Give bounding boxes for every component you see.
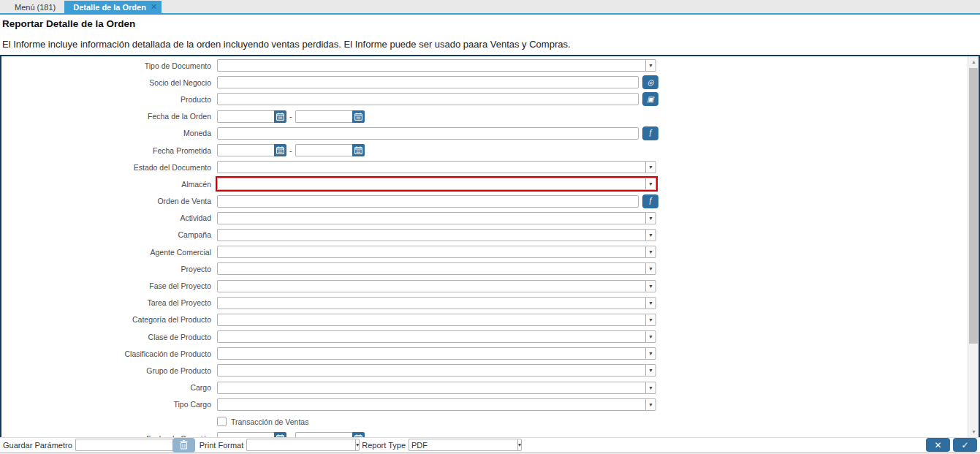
field-control: ◎ bbox=[217, 75, 658, 89]
calendar-button[interactable] bbox=[352, 110, 365, 123]
combobox[interactable]: ▾ bbox=[217, 382, 656, 394]
chevron-down-icon[interactable]: ▾ bbox=[645, 59, 656, 72]
combobox-input[interactable] bbox=[217, 212, 645, 224]
combobox[interactable]: ▾ bbox=[217, 280, 656, 292]
date-field-to bbox=[295, 110, 365, 123]
date-input-to[interactable] bbox=[295, 110, 352, 123]
report-type-input[interactable] bbox=[409, 439, 517, 451]
search-field-input[interactable] bbox=[217, 195, 639, 208]
combobox-input[interactable] bbox=[217, 297, 645, 309]
combobox[interactable]: ▾ bbox=[217, 229, 656, 241]
combobox-input[interactable] bbox=[217, 262, 645, 275]
chevron-down-icon[interactable]: ▾ bbox=[645, 364, 656, 377]
combobox-input[interactable] bbox=[217, 178, 645, 190]
combobox-input[interactable] bbox=[217, 314, 645, 326]
chevron-down-icon[interactable]: ▾ bbox=[645, 246, 656, 258]
scroll-up-icon[interactable]: ▲ bbox=[968, 56, 979, 67]
cancel-button[interactable]: ✕ bbox=[926, 438, 950, 452]
combobox[interactable]: ▾ bbox=[217, 314, 656, 326]
calendar-icon bbox=[276, 146, 284, 154]
chevron-down-icon[interactable]: ▾ bbox=[645, 330, 656, 343]
search-field-input[interactable] bbox=[217, 93, 639, 105]
combobox[interactable]: ▾ bbox=[217, 330, 656, 343]
save-parameter-input[interactable] bbox=[75, 439, 184, 451]
date-input-from[interactable] bbox=[217, 110, 274, 123]
parameter-row: Estado del Documento▾ bbox=[1, 159, 967, 175]
field-label: Actividad bbox=[1, 213, 217, 222]
parameter-row: Cargo▾ bbox=[1, 379, 967, 396]
chevron-down-icon[interactable]: ▾ bbox=[645, 314, 656, 326]
chevron-down-icon[interactable]: ▾ bbox=[645, 178, 656, 190]
combobox[interactable]: ▾ bbox=[217, 364, 656, 377]
product-search-button[interactable]: ▣ bbox=[642, 92, 658, 106]
field-control: ▾ bbox=[217, 347, 656, 360]
parameter-row: Tarea del Proyecto▾ bbox=[1, 295, 967, 311]
calendar-icon bbox=[276, 113, 284, 121]
combobox-input[interactable] bbox=[217, 364, 645, 377]
field-control: ▾ bbox=[217, 59, 656, 72]
trash-icon bbox=[180, 440, 188, 450]
parameter-row: Fecha Prometida- bbox=[1, 142, 967, 159]
calendar-button[interactable] bbox=[274, 144, 286, 156]
combobox-input[interactable] bbox=[217, 330, 645, 343]
close-tab-icon[interactable]: ✕ bbox=[151, 3, 157, 11]
report-type-combobox[interactable]: ▾ bbox=[409, 439, 501, 451]
combobox[interactable]: ▾ bbox=[217, 297, 656, 309]
chevron-down-icon[interactable]: ▾ bbox=[517, 439, 522, 451]
date-input-to[interactable] bbox=[295, 144, 352, 156]
combobox[interactable]: ▾ bbox=[217, 212, 656, 224]
search-field-input[interactable] bbox=[217, 76, 639, 88]
page-title: Reportar Detalle de la Orden bbox=[2, 18, 978, 29]
calendar-button[interactable] bbox=[352, 144, 365, 156]
combobox[interactable]: ▾ bbox=[217, 59, 656, 72]
ok-button[interactable]: ✓ bbox=[953, 438, 977, 452]
parameter-row: Fase del Proyecto▾ bbox=[1, 277, 967, 294]
search-field-input[interactable] bbox=[217, 127, 639, 140]
chevron-down-icon[interactable]: ▾ bbox=[645, 280, 656, 292]
business-partner-search-button[interactable]: ◎ bbox=[642, 75, 658, 89]
parameter-row: Monedaƒ bbox=[1, 125, 967, 142]
chevron-down-icon[interactable]: ▾ bbox=[645, 398, 656, 411]
combobox[interactable]: ▾ bbox=[217, 246, 656, 258]
combobox-input[interactable] bbox=[217, 161, 645, 173]
field-control: - bbox=[217, 144, 365, 156]
combobox[interactable]: ▾ bbox=[217, 161, 656, 173]
chevron-down-icon[interactable]: ▾ bbox=[645, 161, 656, 173]
combobox-input[interactable] bbox=[217, 347, 645, 360]
vertical-scrollbar[interactable]: ▲ ▼ bbox=[968, 56, 979, 437]
parameter-row: Agente Comercial▾ bbox=[1, 243, 967, 260]
sales-transaction-checkbox[interactable] bbox=[217, 417, 227, 426]
combobox-input[interactable] bbox=[217, 398, 645, 411]
combobox-input[interactable] bbox=[217, 229, 645, 241]
combobox[interactable]: ▾ bbox=[217, 398, 656, 411]
close-icon: ✕ bbox=[934, 440, 941, 450]
scrollbar-thumb[interactable] bbox=[969, 68, 978, 344]
delete-parameter-button[interactable] bbox=[172, 438, 195, 453]
save-parameter-combobox[interactable]: ▾ bbox=[75, 439, 167, 451]
chevron-down-icon[interactable]: ▾ bbox=[355, 439, 360, 451]
highlighted-combobox[interactable]: ▾ bbox=[217, 178, 656, 190]
chevron-down-icon[interactable]: ▾ bbox=[645, 262, 656, 275]
zoom-record-button[interactable]: ƒ bbox=[642, 194, 658, 208]
report-description: El Informe incluye información detallada… bbox=[2, 39, 978, 50]
combobox-input[interactable] bbox=[217, 59, 645, 72]
zoom-record-button[interactable]: ƒ bbox=[642, 126, 658, 140]
tab-detalle-orden[interactable]: Detalle de la Orden ✕ bbox=[64, 1, 162, 13]
combobox-input[interactable] bbox=[217, 280, 645, 292]
chevron-down-icon[interactable]: ▾ bbox=[645, 229, 656, 241]
chevron-down-icon[interactable]: ▾ bbox=[645, 382, 656, 394]
date-input-from[interactable] bbox=[217, 144, 274, 156]
calendar-button[interactable] bbox=[274, 110, 286, 123]
combobox[interactable]: ▾ bbox=[217, 347, 656, 360]
chevron-down-icon[interactable]: ▾ bbox=[645, 212, 656, 224]
combobox[interactable]: ▾ bbox=[217, 262, 656, 275]
print-format-input[interactable] bbox=[246, 439, 355, 451]
combobox-input[interactable] bbox=[217, 246, 645, 258]
chevron-down-icon[interactable]: ▾ bbox=[645, 297, 656, 309]
field-label: Estado del Documento bbox=[1, 163, 217, 172]
chevron-down-icon[interactable]: ▾ bbox=[645, 347, 656, 360]
print-format-combobox[interactable]: ▾ bbox=[246, 439, 356, 451]
tab-menu[interactable]: Menú (181) bbox=[6, 1, 64, 13]
scroll-down-icon[interactable]: ▼ bbox=[968, 426, 979, 437]
combobox-input[interactable] bbox=[217, 382, 645, 394]
